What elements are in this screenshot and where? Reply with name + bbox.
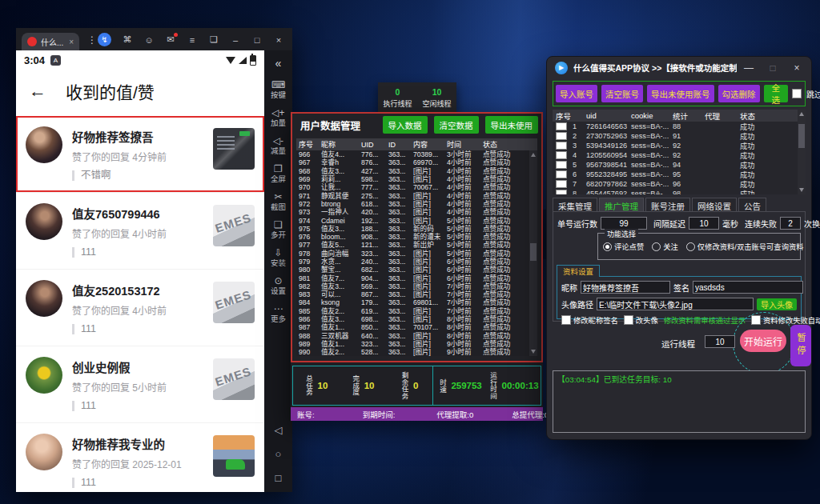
toolbar-button-导出未使用账号[interactable]: 导出未使用账号 [647, 85, 714, 102]
table-row[interactable]: 981值友7...904...363...[图片]6小时前点赞成功 [296, 274, 537, 282]
table-row[interactable]: 973一指神人420...363...[图片]4小时前点赞成功 [296, 208, 537, 216]
nickname-input[interactable] [581, 281, 670, 294]
table-row[interactable]: 972btrong618...363...[图片]4小时前点赞成功 [296, 200, 537, 208]
table-row[interactable]: 977值友5...121...363...新出炉5小时前点赞成功 [296, 241, 537, 249]
sidebar-item-volume-up[interactable]: ◁+加量 [271, 107, 286, 128]
radio-关注[interactable]: 关注 [652, 241, 678, 252]
notification-item[interactable]: 创业史例假赞了你的回复 5小时前111EMES [16, 346, 264, 422]
table-row[interactable]: 966值友4...776...363...70389...3小时前点赞成功 [296, 150, 537, 158]
start-run-button[interactable]: 开始运行 [740, 330, 786, 352]
gamepad-icon[interactable]: ⌘ [122, 34, 133, 45]
scroll-thumb[interactable] [798, 124, 805, 148]
run-threads-input[interactable] [705, 335, 735, 348]
skip-used-checkbox[interactable] [792, 89, 802, 98]
clear-data-button[interactable]: 清空数据 [434, 116, 479, 134]
menu-icon[interactable]: ≡ [187, 35, 198, 45]
sidebar-item-volume-down[interactable]: ◁-减量 [271, 135, 286, 156]
row-checkbox[interactable] [556, 142, 567, 150]
avatar-path-input[interactable] [597, 298, 754, 310]
radio-仅修改资料/双击账号可查询资料[interactable]: 仅修改资料/双击账号可查询资料 [686, 241, 804, 252]
table-row[interactable]: 971静观其便275...363...[图片]4小时前点赞成功 [296, 191, 537, 199]
table-row[interactable]: 976bloom...908...363...新的遭未5小时前点赞成功 [296, 233, 537, 241]
table-row[interactable]: 987值友1...850...363...70107...8小时前点赞成功 [296, 323, 537, 331]
row-checkbox[interactable] [556, 132, 567, 140]
table-row[interactable]: 967幸睿h876...363...69970...4小时前点赞成功 [296, 158, 537, 166]
notification-item[interactable]: 好物推荐我专业的赞了你的回复 2025-12-01111 [16, 422, 264, 492]
table-row[interactable]: 989值友1...323...363...[图片]9小时前点赞成功 [296, 340, 537, 348]
row-checkbox[interactable] [556, 190, 567, 194]
row-checkbox[interactable] [556, 170, 567, 178]
pause-button[interactable]: 暂停 [790, 325, 811, 366]
tab-close-icon[interactable]: × [69, 38, 74, 46]
sidebar-item-fullscreen[interactable]: ❐全屏 [271, 163, 286, 184]
popout-icon[interactable]: ❏ [208, 34, 219, 45]
sidebar-item-settings[interactable]: ⊙设置 [271, 275, 286, 296]
row-checkbox[interactable] [556, 122, 567, 130]
scroll-thumb[interactable] [530, 243, 537, 261]
maximize-button[interactable]: □ [766, 62, 779, 74]
profile-settings-tab[interactable]: 资料设置 [557, 265, 600, 277]
row-checkbox[interactable] [556, 161, 567, 169]
table-row[interactable]: 986值友3...698...363...[图片]8小时前点赞成功 [296, 315, 537, 323]
toolbar-button-导入账号[interactable]: 导入账号 [556, 85, 597, 102]
table-row[interactable]: 988三双机器640...363...[图片]8小时前点赞成功 [296, 332, 537, 340]
notification-item[interactable]: 值友7650799446赞了你的回复 4小时前111EMES [16, 192, 264, 269]
table-row[interactable]: 984ksong179...363...69801...7小时前点赞成功 [296, 298, 537, 306]
account-icon[interactable]: ☺ [143, 35, 155, 45]
tab-menu-icon[interactable]: ⋮ [87, 34, 98, 46]
table-row[interactable]: 990值友2...528...363...[图片]9小时前点赞成功 [296, 348, 537, 356]
sidebar-item-screenshot[interactable]: ✂截图 [271, 191, 286, 212]
scroll-up-icon[interactable] [799, 112, 804, 116]
toolbar-button-勾选删除[interactable]: 勾选删除 [718, 85, 760, 102]
table-row[interactable]: 979水贪...240...363...[图片]6小时前点赞成功 [296, 258, 537, 266]
maximize-icon[interactable]: □ [251, 35, 263, 45]
import-data-button[interactable]: 导入数据 [383, 116, 428, 134]
scroll-down-icon[interactable] [531, 350, 536, 354]
row-checkbox[interactable] [556, 151, 567, 159]
export-unused-button[interactable]: 导出未使用 [485, 116, 539, 134]
table-row[interactable]: 970让我...777...363...70067...4小时前点赞成功 [296, 183, 537, 191]
sidebar-item-install-apk[interactable]: ⇩安装 [271, 247, 286, 268]
row-checkbox[interactable] [556, 180, 567, 188]
account-row[interactable]: 84554457692sess=BA-...98成功 [553, 189, 806, 194]
sidebar-item-more[interactable]: ⋯更多 [271, 303, 286, 324]
data-table-scrollbar[interactable] [529, 150, 537, 356]
scroll-down-icon[interactable] [799, 188, 804, 192]
table-cell: 969 [296, 175, 319, 183]
emulator-tab[interactable]: 什么... × [22, 33, 79, 50]
minimize-button[interactable]: — [742, 62, 755, 74]
account-table-scrollbar[interactable] [798, 110, 806, 194]
import-avatar-button[interactable]: 导入头像 [757, 298, 797, 310]
radio-评论点赞[interactable]: 评论点赞 [603, 241, 644, 252]
table-row[interactable]: 975值友3...188...363...新的码5小时前点赞成功 [296, 225, 537, 233]
notification-item[interactable]: 好物推荐签撩吾赞了你的回复 4分钟前不错啊 [16, 116, 264, 192]
table-row[interactable]: 985值友2...619...363...[图片]7小时前点赞成功 [296, 307, 537, 315]
table-row[interactable]: 978曲向治幅323...363...[图片]5小时前点赞成功 [296, 250, 537, 258]
sidebar-collapse-icon[interactable]: « [264, 50, 292, 70]
toolbar-button-清空账号[interactable]: 清空账号 [601, 85, 643, 102]
notification-item[interactable]: 值友2520153172赞了你的回复 4小时前111EMES [16, 269, 264, 346]
close-button[interactable]: × [790, 62, 803, 74]
table-row[interactable]: 982值友3...569...363...[图片]7小时前点赞成功 [296, 282, 537, 290]
table-row[interactable]: 983可以...867...363...[图片]7小时前点赞成功 [296, 290, 537, 298]
run-count-input[interactable] [601, 217, 647, 230]
table-row[interactable]: 968值友3...427...363...[图片]4小时前点赞成功 [296, 167, 537, 175]
delay-input[interactable] [689, 217, 719, 230]
recents-icon[interactable]: □ [275, 472, 282, 484]
boost-icon[interactable]: ↯ [98, 33, 111, 46]
sidebar-item-keyboard[interactable]: ⌨按键 [271, 79, 286, 100]
sidebar-item-multi-instance[interactable]: ❏多开 [271, 219, 286, 240]
scroll-up-icon[interactable] [531, 153, 536, 157]
mail-icon[interactable]: ✉ [165, 34, 176, 45]
table-row[interactable]: 974Cdamei192...363...[图片]5小时前点赞成功 [296, 216, 537, 224]
back-icon[interactable]: ◁ [275, 424, 283, 436]
home-icon[interactable]: ○ [275, 448, 282, 460]
toolbar-button-全选[interactable]: 全选 [764, 85, 789, 102]
close-icon[interactable]: × [273, 35, 284, 45]
table-row[interactable]: 980蟹宝...682...363...[图片]6小时前点赞成功 [296, 266, 537, 274]
back-arrow-icon[interactable]: ← [29, 82, 46, 100]
signature-input[interactable] [693, 281, 803, 294]
minimize-icon[interactable]: – [230, 35, 241, 45]
fail-input[interactable] [780, 217, 801, 230]
table-row[interactable]: 969莉莉...598...363...[图片]4小时前点赞成功 [296, 175, 537, 183]
